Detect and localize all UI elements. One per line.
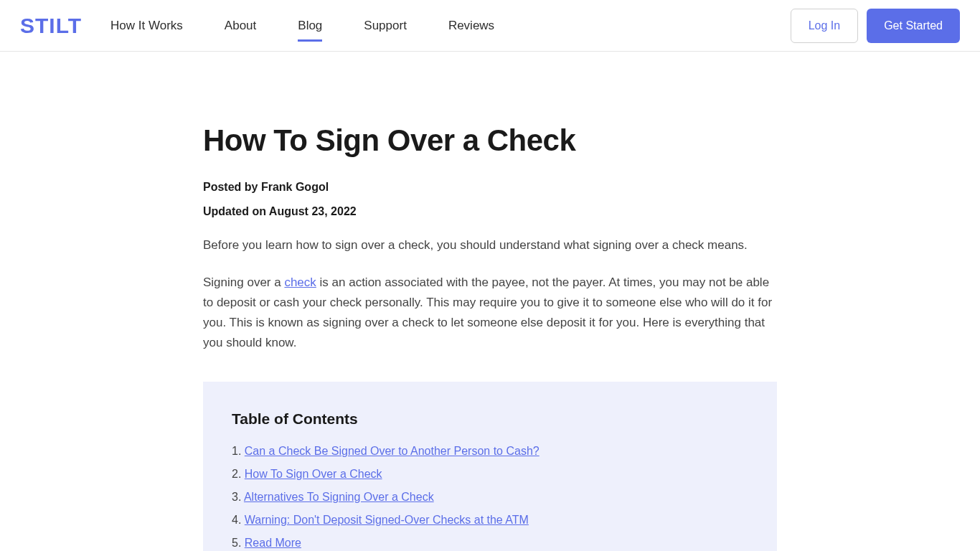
toc-item-3: Alternatives To Signing Over a Check	[232, 491, 748, 504]
toc-heading: Table of Contents	[232, 410, 748, 428]
logo[interactable]: STILT	[20, 14, 82, 38]
nav-support[interactable]: Support	[364, 1, 407, 50]
nav-about[interactable]: About	[225, 1, 256, 50]
toc-item-4: Warning: Don't Deposit Signed-Over Check…	[232, 514, 748, 527]
site-header: STILT How It Works About Blog Support Re…	[0, 0, 980, 52]
table-of-contents: Table of Contents Can a Check Be Signed …	[203, 382, 777, 551]
toc-link-4[interactable]: Warning: Don't Deposit Signed-Over Check…	[245, 514, 529, 526]
toc-item-1: Can a Check Be Signed Over to Another Pe…	[232, 445, 748, 458]
toc-item-5: Read More	[232, 537, 748, 550]
toc-list: Can a Check Be Signed Over to Another Pe…	[232, 445, 748, 551]
get-started-button[interactable]: Get Started	[867, 9, 960, 43]
nav-reviews[interactable]: Reviews	[448, 1, 494, 50]
byline: Posted by Frank Gogol	[203, 181, 777, 194]
article-content: How To Sign Over a Check Posted by Frank…	[203, 52, 777, 551]
updated-date: Updated on August 23, 2022	[203, 205, 777, 218]
main-nav: How It Works About Blog Support Reviews	[110, 1, 494, 50]
nav-how-it-works[interactable]: How It Works	[110, 1, 183, 50]
nav-blog[interactable]: Blog	[298, 1, 322, 50]
check-link[interactable]: check	[284, 276, 316, 289]
toc-link-5[interactable]: Read More	[245, 537, 301, 549]
toc-link-3[interactable]: Alternatives To Signing Over a Check	[244, 491, 434, 503]
page-title: How To Sign Over a Check	[203, 123, 777, 158]
intro-paragraph-1: Before you learn how to sign over a chec…	[203, 235, 777, 255]
header-actions: Log In Get Started	[791, 9, 960, 43]
toc-link-2[interactable]: How To Sign Over a Check	[245, 468, 382, 480]
intro-text-pre: Signing over a	[203, 276, 284, 289]
toc-item-2: How To Sign Over a Check	[232, 468, 748, 481]
toc-link-1[interactable]: Can a Check Be Signed Over to Another Pe…	[245, 445, 540, 457]
intro-paragraph-2: Signing over a check is an action associ…	[203, 273, 777, 353]
login-button[interactable]: Log In	[791, 9, 858, 43]
